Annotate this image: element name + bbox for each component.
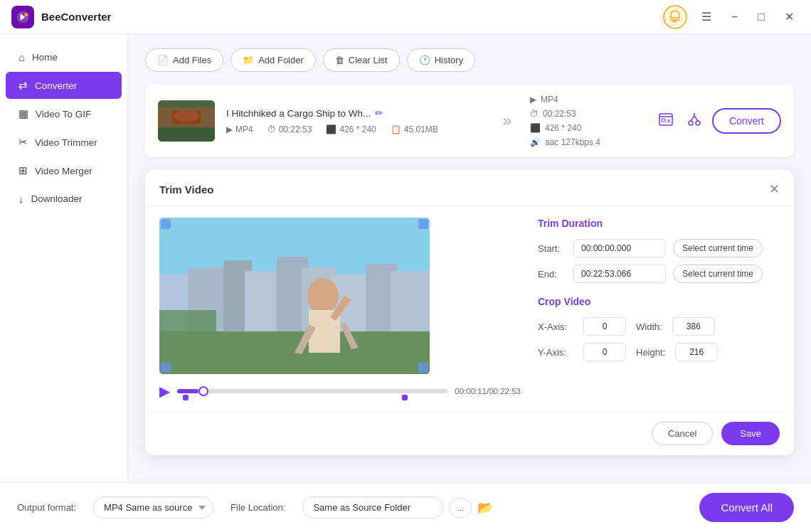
sidebar-item-gif-label: Video To GIF (36, 109, 91, 119)
trim-modal-title: Trim Video (159, 183, 213, 196)
output-info: ▶ MP4 ⏱ 00:22:53 ⬛ 426 * 240 🔊 aac 127kb… (530, 95, 644, 147)
trim-end-handle[interactable] (402, 395, 408, 400)
settings-icon-button[interactable] (655, 109, 677, 134)
clear-list-button[interactable]: 🗑 Clear List (323, 48, 400, 72)
file-location-input[interactable] (302, 496, 443, 518)
convert-all-button[interactable]: Convert All (699, 493, 794, 522)
crop-corner-tr (418, 219, 428, 229)
file-info: I Hitchhiked a Cargo Ship to Wh... ✏ ▶ M… (226, 107, 484, 134)
select-end-time-button[interactable]: Select current time (673, 265, 763, 283)
start-time-input[interactable] (573, 239, 666, 257)
output-format-select[interactable]: MP4 Same as source MP4 MKV AVI MOV (93, 496, 213, 518)
select-start-time-button[interactable]: Select current time (673, 239, 763, 257)
crop-section: Crop Video X-Axis: Width: Y-Axis: Height… (538, 296, 780, 361)
output-duration: ⏱ 00:22:53 (530, 109, 644, 119)
convert-button[interactable]: Convert (712, 108, 781, 134)
file-duration: ⏱ 00:22:53 (267, 124, 312, 134)
resolution-icon: ⬛ (326, 124, 336, 134)
end-time-input[interactable] (573, 265, 666, 283)
timeline-handle[interactable] (198, 386, 208, 396)
file-resolution: ⬛ 426 * 240 (326, 124, 376, 134)
save-button[interactable]: Save (721, 422, 780, 445)
timeline-time-display: 00:00:11/00:22:53 (455, 387, 521, 395)
location-dots[interactable]: ... (449, 498, 472, 518)
file-size: 📋 45.01MB (391, 124, 438, 134)
svg-line-16 (694, 116, 698, 121)
cut-icon-button[interactable] (684, 109, 705, 134)
svg-point-14 (696, 121, 700, 125)
svg-rect-29 (159, 310, 216, 331)
clear-list-icon: 🗑 (335, 55, 344, 65)
svg-point-13 (689, 121, 693, 125)
toolbar: 📄 Add Files 📁 Add Folder 🗑 Clear List 🕐 … (145, 48, 794, 72)
height-input[interactable] (675, 343, 718, 361)
video-canvas (159, 218, 430, 374)
sidebar-item-converter[interactable]: ⇄ Converter (6, 72, 122, 99)
format-icon: ▶ (226, 124, 233, 134)
trimmer-icon: ✂ (18, 136, 28, 149)
x-axis-input[interactable] (583, 317, 626, 336)
width-label: Width: (636, 321, 662, 332)
app-title: BeeConverter (41, 11, 663, 23)
app-logo (11, 6, 34, 28)
menu-button[interactable]: ☰ (696, 7, 717, 26)
cancel-button[interactable]: Cancel (652, 422, 713, 445)
merger-icon: ⊞ (18, 164, 28, 177)
crop-corner-tl (161, 219, 171, 229)
add-folder-label: Add Folder (258, 55, 304, 65)
sidebar-item-video-trimmer[interactable]: ✂ Video Trimmer (6, 129, 122, 156)
trim-end-row: End: Select current time (538, 265, 780, 283)
svg-line-15 (691, 116, 694, 121)
sidebar-item-converter-label: Converter (35, 80, 77, 91)
minimize-button[interactable]: − (726, 8, 743, 26)
open-folder-icon[interactable]: 📂 (477, 500, 493, 516)
downloader-icon: ↓ (18, 193, 24, 205)
video-frame (159, 218, 430, 374)
y-axis-input[interactable] (583, 343, 626, 361)
out-format-icon: ▶ (530, 95, 536, 105)
svg-rect-10 (662, 119, 665, 122)
bottom-bar: Output format: MP4 Same as source MP4 MK… (0, 482, 811, 532)
trim-start-handle[interactable] (183, 395, 189, 400)
add-files-icon: 📄 (157, 55, 169, 65)
history-label: History (435, 55, 463, 65)
trim-duration-title: Trim Duration (538, 218, 780, 229)
output-format: ▶ MP4 (530, 95, 644, 105)
convert-actions: Convert (655, 108, 781, 134)
close-button[interactable]: ✕ (779, 7, 800, 26)
svg-point-2 (664, 6, 687, 28)
sidebar-item-video-to-gif[interactable]: ▦ Video To GIF (6, 100, 122, 127)
notification-icon[interactable] (663, 5, 687, 29)
timeline-bar[interactable] (177, 389, 447, 393)
converter-icon: ⇄ (18, 79, 28, 92)
maximize-button[interactable]: □ (752, 8, 770, 26)
add-files-label: Add Files (173, 55, 211, 65)
history-icon: 🕐 (419, 55, 430, 65)
crop-y-row: Y-Axis: Height: (538, 343, 780, 361)
sidebar-item-downloader[interactable]: ↓ Downloader (6, 186, 122, 212)
file-thumbnail (158, 100, 215, 142)
x-axis-label: X-Axis: (538, 321, 573, 332)
history-button[interactable]: 🕐 History (407, 48, 475, 72)
sidebar-item-home[interactable]: ⌂ Home (6, 44, 122, 70)
file-name: I Hitchhiked a Cargo Ship to Wh... ✏ (226, 107, 484, 119)
arrow-icon: » (496, 112, 519, 130)
sidebar-item-video-merger[interactable]: ⊞ Video Merger (6, 157, 122, 184)
crop-corner-bl (161, 363, 171, 373)
svg-point-1 (25, 13, 28, 16)
home-icon: ⌂ (18, 51, 25, 63)
play-button[interactable]: ▶ (159, 383, 170, 400)
trim-start-row: Start: Select current time (538, 239, 780, 257)
sidebar-item-downloader-label: Downloader (31, 193, 83, 204)
trim-modal-header: Trim Video ✕ (145, 170, 794, 206)
titlebar-controls: ☰ − □ ✕ (663, 5, 800, 29)
trim-close-button[interactable]: ✕ (769, 181, 780, 197)
out-audio-icon: 🔊 (530, 137, 541, 147)
width-input[interactable] (672, 317, 715, 336)
trim-modal-footer: Cancel Save (145, 411, 794, 455)
add-folder-button[interactable]: 📁 Add Folder (230, 48, 316, 72)
crop-video-title: Crop Video (538, 296, 780, 307)
crop-x-row: X-Axis: Width: (538, 317, 780, 336)
add-files-button[interactable]: 📄 Add Files (145, 48, 223, 72)
edit-filename-icon[interactable]: ✏ (375, 107, 383, 119)
